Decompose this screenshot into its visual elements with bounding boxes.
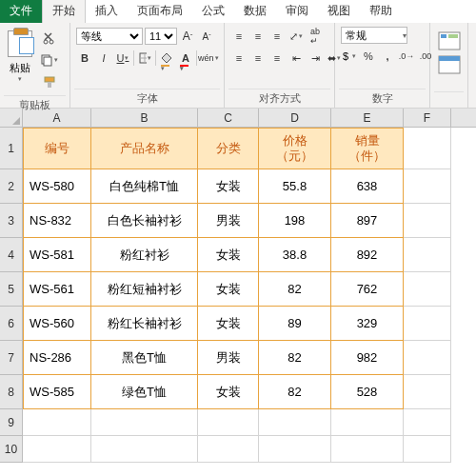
underline-button[interactable]: U: [114, 49, 131, 68]
col-header-D[interactable]: D: [259, 109, 331, 127]
align-bottom-button[interactable]: ≡: [268, 27, 286, 46]
row-header[interactable]: 4: [0, 238, 23, 272]
cell[interactable]: [331, 436, 404, 463]
cell-cat[interactable]: 女装: [198, 272, 259, 307]
row-header[interactable]: 2: [0, 169, 23, 204]
align-right-button[interactable]: ≡: [268, 49, 286, 68]
cell[interactable]: [404, 375, 451, 409]
cell[interactable]: [404, 307, 451, 341]
cell-price[interactable]: 55.8: [259, 169, 331, 204]
accounting-format-button[interactable]: $: [341, 47, 358, 66]
cell[interactable]: [404, 341, 451, 375]
cell-name[interactable]: 黑色T恤: [91, 341, 198, 375]
cell[interactable]: [198, 409, 259, 436]
cell-price[interactable]: 38.8: [259, 238, 331, 272]
tab-home[interactable]: 开始: [42, 0, 86, 23]
cell-id[interactable]: WS-585: [23, 375, 91, 409]
tab-formula[interactable]: 公式: [192, 0, 234, 23]
cell-id[interactable]: NS-286: [23, 341, 91, 375]
orientation-button[interactable]: ⤢: [288, 27, 305, 46]
cell[interactable]: [198, 436, 259, 463]
row-header[interactable]: 5: [0, 272, 23, 307]
cell-name[interactable]: 白色纯棉T恤: [91, 169, 198, 204]
cell-cat[interactable]: 男装: [198, 341, 259, 375]
col-header-E[interactable]: E: [331, 109, 404, 127]
cell-cat[interactable]: 女装: [198, 238, 259, 272]
cell-cat[interactable]: 女装: [198, 307, 259, 341]
cell-qty[interactable]: 892: [331, 238, 404, 272]
col-header-B[interactable]: B: [91, 109, 198, 127]
cell-qty[interactable]: 982: [331, 341, 404, 375]
cell-id[interactable]: WS-580: [23, 169, 91, 204]
cell[interactable]: [23, 436, 91, 463]
cell-name[interactable]: 白色长袖衬衫: [91, 204, 198, 238]
cell[interactable]: [91, 409, 198, 436]
comma-button[interactable]: ,: [379, 47, 396, 66]
cell-price[interactable]: 89: [259, 307, 331, 341]
font-family-select[interactable]: 等线: [76, 28, 143, 45]
grow-font-button[interactable]: Aˆ: [179, 27, 196, 46]
cell-name[interactable]: 粉红长袖衬衫: [91, 307, 198, 341]
format-table-icon[interactable]: [437, 54, 462, 75]
cell[interactable]: [91, 436, 198, 463]
cell[interactable]: [404, 436, 451, 463]
font-color-button[interactable]: A: [177, 49, 194, 68]
indent-decrease-button[interactable]: ⇤: [288, 49, 305, 68]
hdr-price[interactable]: 价格（元）: [259, 128, 331, 169]
align-left-button[interactable]: ≡: [230, 49, 248, 68]
cell[interactable]: [404, 238, 451, 272]
cell[interactable]: [404, 128, 451, 169]
cell-qty[interactable]: 528: [331, 375, 404, 409]
cell-cat[interactable]: 女装: [198, 375, 259, 409]
tab-insert[interactable]: 插入: [86, 0, 128, 23]
copy-button[interactable]: [38, 50, 60, 69]
cell-qty[interactable]: 897: [331, 204, 404, 238]
col-header-A[interactable]: A: [23, 109, 91, 127]
row-header[interactable]: 10: [0, 436, 23, 463]
cell-price[interactable]: 82: [259, 272, 331, 307]
row-header[interactable]: 3: [0, 204, 23, 238]
row-header[interactable]: 6: [0, 307, 23, 341]
row-header[interactable]: 8: [0, 375, 23, 409]
cell[interactable]: [404, 409, 451, 436]
cell-name[interactable]: 粉红衬衫: [91, 238, 198, 272]
row-header[interactable]: 7: [0, 341, 23, 375]
cell-qty[interactable]: 329: [331, 307, 404, 341]
cell-id[interactable]: NS-832: [23, 204, 91, 238]
cell-id[interactable]: WS-560: [23, 307, 91, 341]
number-format-select[interactable]: 常规▾: [341, 27, 407, 44]
hdr-id[interactable]: 编号: [23, 128, 91, 169]
col-header-F[interactable]: F: [404, 109, 451, 127]
cell[interactable]: [259, 409, 331, 436]
cell-name[interactable]: 粉红短袖衬衫: [91, 272, 198, 307]
align-middle-button[interactable]: ≡: [249, 27, 267, 46]
fill-color-button[interactable]: [158, 49, 175, 68]
cell-cat[interactable]: 女装: [198, 169, 259, 204]
indent-increase-button[interactable]: ⇥: [307, 49, 324, 68]
phonetic-button[interactable]: wén: [199, 49, 218, 68]
shrink-font-button[interactable]: Aˇ: [198, 27, 215, 46]
cell-name[interactable]: 绿色T恤: [91, 375, 198, 409]
col-header-C[interactable]: C: [198, 109, 259, 127]
hdr-qty[interactable]: 销量（件）: [331, 128, 404, 169]
cell-cat[interactable]: 男装: [198, 204, 259, 238]
wrap-text-button[interactable]: ab↵: [307, 27, 324, 46]
select-all-corner[interactable]: [0, 109, 23, 127]
tab-file[interactable]: 文件: [0, 0, 42, 23]
align-center-button[interactable]: ≡: [249, 49, 267, 68]
cell[interactable]: [259, 436, 331, 463]
cell-qty[interactable]: 638: [331, 169, 404, 204]
paste-button[interactable]: 粘贴 ▾: [6, 27, 34, 83]
cell-price[interactable]: 82: [259, 375, 331, 409]
row-header[interactable]: 9: [0, 409, 23, 436]
hdr-cat[interactable]: 分类: [198, 128, 259, 169]
cell-id[interactable]: WS-581: [23, 238, 91, 272]
cell-price[interactable]: 198: [259, 204, 331, 238]
cell[interactable]: [404, 272, 451, 307]
tab-layout[interactable]: 页面布局: [128, 0, 192, 23]
cell[interactable]: [404, 204, 451, 238]
tab-view[interactable]: 视图: [318, 0, 360, 23]
cell[interactable]: [23, 409, 91, 436]
tab-review[interactable]: 审阅: [276, 0, 318, 23]
font-size-select[interactable]: 11: [145, 28, 177, 45]
